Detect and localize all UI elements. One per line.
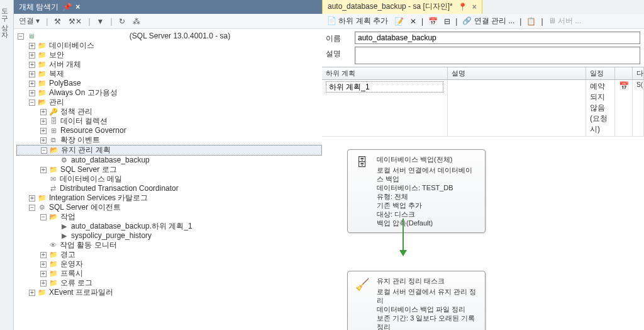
tree-policy-mgmt[interactable]: +🔑정책 관리 (16, 107, 322, 117)
expand-icon[interactable]: + (40, 271, 47, 277)
expand-icon[interactable]: + (29, 290, 35, 296)
expand-icon[interactable]: + (29, 71, 35, 77)
tree-proxies[interactable]: +📁프록시 (16, 269, 322, 278)
collapse-icon[interactable]: − (29, 205, 35, 211)
subplan-cell-input[interactable] (326, 81, 443, 93)
tree-job-2[interactable]: ▶syspolicy_purge_history (16, 231, 322, 241)
designer-toolbar: 📄 하위 계획 추가 📝 ✕ | 📅 ⊟ | 🔗 연결 관리 ... | 📋 |… (322, 14, 644, 29)
toolbar-btn-2[interactable]: ⚒✕ (67, 17, 83, 26)
expand-icon[interactable]: + (40, 128, 47, 134)
expand-icon[interactable]: + (40, 167, 47, 173)
designer-panel: auto_database_backup - sa [디자인]* 📍 × 📄 하… (322, 0, 644, 330)
toolbar-icon-5[interactable]: 📋 (525, 17, 537, 26)
tree-db-mail[interactable]: ✉데이터베이스 메일 (16, 174, 322, 184)
toolbox-vtab[interactable]: 도구 상자 (0, 0, 14, 330)
expand-icon[interactable]: + (40, 118, 47, 125)
server-button[interactable]: 🖥 서버 ... (547, 16, 583, 26)
desc-cell[interactable] (448, 80, 586, 137)
expand-icon[interactable]: + (29, 81, 35, 87)
tree-polybase[interactable]: +📁PolyBase (16, 79, 322, 88)
calendar-icon[interactable]: 📅 (619, 81, 629, 91)
tree-alerts[interactable]: +📁경고 (16, 250, 322, 259)
toolbar-icon-2[interactable]: ✕ (409, 17, 418, 26)
tree-operators[interactable]: +📁운영자 (16, 259, 322, 269)
close-icon[interactable]: × (472, 3, 477, 11)
tree-resource-gov[interactable]: +⊞Resource Governor (16, 126, 322, 135)
cleanup-task-box[interactable]: 🧹 유지 관리 정리 태스크 로컬 서버 연결에서 유지 관리 정리 데이터베이… (347, 271, 486, 330)
tree-sql-logs[interactable]: +📁SQL Server 로그 (16, 165, 322, 174)
pin-icon[interactable]: 📍 (458, 3, 467, 11)
tree-replication[interactable]: +📁복제 (16, 69, 322, 79)
expand-icon[interactable]: + (29, 43, 35, 49)
subplan-row[interactable]: 예약되지 않음(요청 시) 📅 S(... (322, 80, 644, 137)
connect-button[interactable]: 연결 ▾ (18, 16, 41, 26)
app-root: 도구 상자 개체 탐색기 📌 × 연결 ▾ | ⚒ ⚒✕ | ▼ | ↻ ⁂ (0, 0, 644, 330)
backup-task-box[interactable]: 🗄 데이터베이스 백업(전체) 로컬 서버 연결에서 데이터베이스 백업 데이터… (347, 149, 486, 233)
tree-agent[interactable]: −⚙SQL Server 에이전트 (16, 203, 322, 212)
expand-icon[interactable]: + (29, 62, 35, 68)
server-icon: 🖥 (26, 32, 36, 41)
tree-alwayson[interactable]: +📁Always On 고가용성 (16, 88, 322, 98)
close-icon[interactable]: × (75, 3, 80, 11)
folder-icon: 📁 (48, 251, 58, 259)
tree-security[interactable]: +📁보안 (16, 50, 322, 60)
expand-icon[interactable]: + (29, 195, 35, 202)
toolbar-icon-1[interactable]: 📝 (393, 17, 405, 26)
collapse-icon[interactable]: − (40, 214, 47, 220)
collapse-icon[interactable]: − (41, 147, 47, 154)
tree-jobs[interactable]: −📂작업 (16, 212, 322, 222)
tree-maint-plans[interactable]: −📂유지 관리 계획 (16, 145, 322, 156)
connector-arrow[interactable] (402, 219, 404, 250)
tree-dtc[interactable]: ⇄Distributed Transaction Coordinator (16, 184, 322, 193)
job-icon: ▶ (59, 222, 69, 231)
tree-maint-plan-item[interactable]: ⚙auto_database_backup (16, 156, 322, 165)
expand-icon[interactable]: + (40, 252, 47, 258)
tree-job-activity[interactable]: 👁작업 활동 모니터 (16, 241, 322, 250)
toolbar-icon-4[interactable]: ⊟ (443, 17, 452, 26)
schedule-cell[interactable]: 예약되지 않음(요청 시) (586, 80, 615, 137)
conn-mgmt-button[interactable]: 🔗 연결 관리 ... (461, 16, 516, 26)
folder-icon: 📁 (37, 51, 47, 60)
tree-is-catalogs[interactable]: +📁Integration Services 카탈로그 (16, 193, 322, 203)
mail-icon: ✉ (48, 175, 58, 184)
toolbar-btn-1[interactable]: ⚒ (53, 17, 62, 26)
expand-icon[interactable]: + (40, 137, 47, 144)
backup-icon: 🗄 (354, 155, 370, 227)
expand-icon[interactable]: + (29, 52, 35, 59)
collapse-icon[interactable]: − (29, 100, 35, 106)
tree-job-1[interactable]: ▶auto_database_backup.하위 계획_1 (16, 222, 322, 231)
pin-icon[interactable]: 📌 (62, 3, 72, 11)
expand-icon[interactable]: + (40, 109, 47, 115)
plan-icon: ⚙ (59, 156, 69, 165)
col-cal (615, 67, 633, 79)
folder-open-icon: 📂 (49, 146, 59, 155)
folder-icon: 📁 (48, 279, 58, 288)
document-tabbar: auto_database_backup - sa [디자인]* 📍 × (322, 0, 644, 14)
tab-title: 개체 탐색기 (19, 2, 58, 13)
tree-management[interactable]: −📂관리 (16, 98, 322, 107)
tree-view[interactable]: −🖥(SQL Server 13.0.4001.0 - sa) +📁데이터베이스… (14, 29, 322, 330)
refresh-icon[interactable]: ↻ (118, 17, 126, 26)
tree-error-logs[interactable]: +📁오류 로그 (16, 278, 322, 288)
toolbar-btn-3[interactable]: ⁂ (131, 17, 142, 26)
tree-server-objects[interactable]: +📁서버 개체 (16, 60, 322, 69)
tree-xevent[interactable]: +📁XEvent 프로파일러 (16, 288, 322, 297)
tree-data-collection[interactable]: +🗄데이터 컬렉션 (16, 117, 322, 126)
collapse-icon[interactable]: − (18, 33, 24, 40)
expand-icon[interactable]: + (29, 90, 35, 96)
filter-icon[interactable]: ▼ (96, 17, 106, 26)
document-tab[interactable]: auto_database_backup - sa [디자인]* 📍 × (322, 0, 482, 14)
desc-input[interactable] (355, 47, 640, 64)
name-input[interactable] (355, 31, 640, 44)
add-subplan-button[interactable]: 📄 하위 계획 추가 (326, 16, 389, 26)
expand-icon[interactable]: + (40, 280, 47, 287)
toolbar-icon-3[interactable]: 📅 (427, 17, 439, 26)
calendar-cell[interactable]: 📅 (615, 80, 633, 137)
tree-ext-events[interactable]: +⧉확장 이벤트 (16, 135, 322, 145)
key-icon: 🔑 (48, 108, 58, 117)
expand-icon[interactable]: + (40, 261, 47, 268)
tree-databases[interactable]: +📁데이터베이스 (16, 41, 322, 50)
design-canvas[interactable]: 🗄 데이터베이스 백업(전체) 로컬 서버 연결에서 데이터베이스 백업 데이터… (322, 137, 644, 330)
object-explorer-tab[interactable]: 개체 탐색기 📌 × (14, 0, 85, 14)
tree-root[interactable]: −🖥(SQL Server 13.0.4001.0 - sa) (16, 31, 322, 41)
